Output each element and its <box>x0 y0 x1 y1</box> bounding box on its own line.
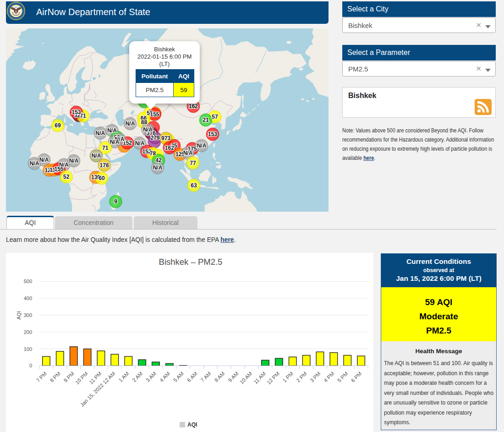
svg-text:3 PM: 3 PM <box>309 371 321 383</box>
svg-text:6 AM: 6 AM <box>186 371 198 383</box>
svg-text:71: 71 <box>102 145 109 151</box>
svg-text:500: 500 <box>24 279 32 284</box>
svg-text:162: 162 <box>189 103 198 109</box>
svg-text:176: 176 <box>100 162 109 169</box>
svg-text:60: 60 <box>99 175 105 181</box>
svg-text:N/A: N/A <box>69 158 79 164</box>
svg-text:2 AM: 2 AM <box>131 371 143 383</box>
svg-text:N/A: N/A <box>107 127 117 134</box>
svg-text:100: 100 <box>24 346 32 352</box>
svg-text:973: 973 <box>161 135 170 142</box>
svg-text:N/A: N/A <box>143 126 153 133</box>
svg-text:69: 69 <box>55 122 61 129</box>
svg-text:2 PM: 2 PM <box>296 371 308 383</box>
svg-text:N/A: N/A <box>30 160 39 167</box>
svg-text:6 PM: 6 PM <box>350 371 362 383</box>
svg-text:12 PM: 12 PM <box>266 371 280 385</box>
svg-text:9 AM: 9 AM <box>227 371 240 383</box>
svg-text:77: 77 <box>190 160 196 166</box>
svg-text:N/A: N/A <box>92 153 101 159</box>
svg-text:300: 300 <box>24 312 32 318</box>
svg-text:52: 52 <box>63 174 70 180</box>
svg-text:57: 57 <box>212 114 218 120</box>
svg-text:N/A: N/A <box>183 150 193 156</box>
svg-text:9: 9 <box>114 198 117 205</box>
svg-text:42: 42 <box>155 157 162 164</box>
svg-text:78: 78 <box>150 150 156 157</box>
svg-text:8 AM: 8 AM <box>214 371 226 383</box>
svg-text:400: 400 <box>24 295 32 301</box>
svg-text:1 AM: 1 AM <box>118 371 130 383</box>
svg-text:AQI: AQI <box>16 311 22 320</box>
svg-text:4 PM: 4 PM <box>323 371 335 383</box>
svg-text:21: 21 <box>203 117 209 123</box>
svg-text:88: 88 <box>141 119 148 126</box>
svg-text:N/A: N/A <box>126 120 135 127</box>
svg-text:5 AM: 5 AM <box>172 371 185 383</box>
svg-text:9 PM: 9 PM <box>63 371 75 383</box>
svg-text:10 PM: 10 PM <box>74 371 89 385</box>
svg-text:153: 153 <box>71 109 81 115</box>
svg-text:8 PM: 8 PM <box>49 371 61 383</box>
svg-text:200: 200 <box>24 329 32 335</box>
svg-text:279: 279 <box>150 135 159 141</box>
svg-text:1 PM: 1 PM <box>282 371 294 383</box>
svg-text:4 AM: 4 AM <box>159 371 171 383</box>
svg-text:63: 63 <box>191 182 197 189</box>
svg-text:N/A: N/A <box>96 130 105 137</box>
svg-text:7 PM: 7 PM <box>35 371 48 383</box>
svg-text:0: 0 <box>29 363 32 368</box>
svg-text:155: 155 <box>54 166 63 172</box>
svg-text:N/A: N/A <box>153 164 163 171</box>
svg-text:155: 155 <box>150 111 159 118</box>
svg-text:3 AM: 3 AM <box>145 371 157 383</box>
svg-text:10 AM: 10 AM <box>239 371 253 385</box>
svg-text:5 PM: 5 PM <box>336 371 349 383</box>
svg-text:162: 162 <box>165 145 174 151</box>
svg-text:153: 153 <box>208 131 217 137</box>
svg-text:7 AM: 7 AM <box>200 371 212 383</box>
svg-text:N/A: N/A <box>110 139 120 145</box>
svg-text:11 AM: 11 AM <box>252 371 267 385</box>
svg-text:N/A: N/A <box>135 140 145 147</box>
svg-text:Bishkek – PM2.5: Bishkek – PM2.5 <box>159 257 223 267</box>
svg-text:N/A: N/A <box>39 157 49 163</box>
svg-text:N/A: N/A <box>197 142 207 149</box>
svg-text:AQI: AQI <box>187 421 197 428</box>
